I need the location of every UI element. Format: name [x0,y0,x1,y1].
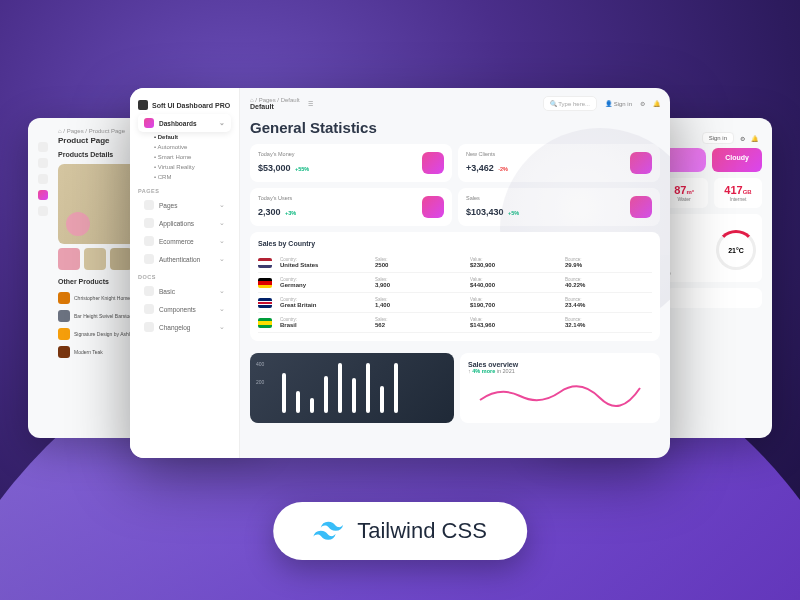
stat-delta: +55% [295,166,309,172]
metric-value: 417GB [720,184,756,196]
overview-title: Sales overview [468,361,652,368]
chart-bar [366,363,370,413]
signin-button[interactable]: Sign in [702,132,734,144]
overview-subtitle: ↑ 4% more in 2021 [468,368,652,374]
nav-icon [144,322,154,332]
nav-item[interactable]: Ecommerce⌄ [138,232,231,250]
stat-icon [422,152,444,174]
nav-item[interactable]: Basic⌄ [138,282,231,300]
chevron-down-icon: ⌄ [219,201,225,209]
metric-card: 417GBInternet [714,178,762,208]
table-row[interactable]: Country:United StatesSales:2500Value:$23… [258,253,652,273]
chart-bar [282,373,286,413]
bell-icon[interactable]: 🔔 [751,135,758,142]
chart-bar [394,363,398,413]
stat-card: Today's Users2,300 +3% [250,188,452,226]
nav-icon[interactable] [38,174,48,184]
nav-item[interactable]: Pages⌄ [138,196,231,214]
temp-gauge: 21°C [716,230,756,270]
nav-icon[interactable] [38,206,48,216]
nav-item[interactable]: Applications⌄ [138,214,231,232]
chart-bar [310,398,314,413]
menu-icon[interactable]: ☰ [308,100,313,107]
chart-bar [296,391,300,414]
nav-dashboards[interactable]: Dashboards ⌄ [138,114,231,132]
nav-sub-item[interactable]: • Smart Home [138,152,231,162]
dashboard-icon [144,118,154,128]
product-swatch [58,328,70,340]
logo-icon [138,100,148,110]
main-content: ⌂ / Pages / Default Default ☰ 🔍 Type her… [240,88,670,458]
sales-overview-card: Sales overview ↑ 4% more in 2021 [460,353,660,423]
line-chart [468,378,652,408]
chart-bar [338,363,342,413]
nav-icon [144,286,154,296]
nav-icon [144,200,154,210]
sidebar: Soft UI Dashboard PRO Dashboards ⌄ • Def… [130,88,240,458]
tailwind-badge: Tailwind CSS [273,502,527,560]
tailwind-icon [313,516,343,546]
nav-icon [144,254,154,264]
metric-label: Water [666,196,702,202]
stat-value: $53,000 [258,163,291,173]
stat-value: +3,462 [466,163,494,173]
nav-icon-active[interactable] [38,190,48,200]
metric-label: Internet [720,196,756,202]
stat-delta: -2% [498,166,508,172]
stat-card: Today's Money$53,000 +55% [250,144,452,182]
nav-item[interactable]: Authentication⌄ [138,250,231,268]
search-input[interactable]: 🔍 Type here... [543,96,597,111]
nav-sub-item[interactable]: • Default [138,132,231,142]
table-row[interactable]: Country:Great BritainSales:1,400Value:$1… [258,293,652,313]
stat-delta: +3% [285,210,296,216]
gear-icon[interactable]: ⚙ [740,135,745,142]
chevron-down-icon: ⌄ [219,119,225,127]
chevron-down-icon: ⌄ [219,305,225,313]
chart-bar [324,376,328,414]
chevron-down-icon: ⌄ [219,219,225,227]
thumbnail[interactable] [110,248,132,270]
nav-section-docs: DOCS [138,268,231,282]
bar-chart: 400 200 [250,353,454,423]
signin-link[interactable]: 👤 Sign in [605,100,632,107]
table-title: Sales by Country [258,240,652,247]
nav-sub-item[interactable]: • Virtual Reality [138,162,231,172]
chevron-down-icon: ⌄ [219,255,225,263]
nav-item[interactable]: Changelog⌄ [138,318,231,336]
chevron-down-icon: ⌄ [219,237,225,245]
nav-icon [144,304,154,314]
thumbnail[interactable] [84,248,106,270]
table-row[interactable]: Country:BrasilSales:562Value:$143,960Bou… [258,313,652,333]
chevron-down-icon: ⌄ [219,323,225,331]
bell-icon[interactable]: 🔔 [653,100,660,107]
stat-value: 2,300 [258,207,281,217]
gear-icon[interactable]: ⚙ [640,100,645,107]
table-row[interactable]: Country:GermanySales:3,900Value:$440,000… [258,273,652,293]
sales-by-country-table: Sales by Country Country:United StatesSa… [250,232,660,341]
metric-value: 87m³ [666,184,702,196]
stat-value: $103,430 [466,207,504,217]
product-name: Christopher Knight Home [74,295,130,301]
chevron-down-icon: ⌄ [219,287,225,295]
product-name: Bar Height Swivel Barstool [74,313,133,319]
nav-item[interactable]: Components⌄ [138,300,231,318]
product-name: Signature Design by Ashley [74,331,135,337]
product-swatch [58,310,70,322]
chart-bar [352,378,356,413]
badge-label: Tailwind CSS [357,518,487,544]
nav-sub-item[interactable]: • CRM [138,172,231,182]
nav-icon [144,218,154,228]
nav-section-pages: PAGES [138,182,231,196]
nav-icon[interactable] [38,158,48,168]
nav-icon[interactable] [38,142,48,152]
thumbnail[interactable] [58,248,80,270]
flag-icon [258,258,272,268]
stat-icon [422,196,444,218]
dashboard-main-card: Soft UI Dashboard PRO Dashboards ⌄ • Def… [130,88,670,458]
product-swatch [58,346,70,358]
nav-sub-item[interactable]: • Automotive [138,142,231,152]
weather-condition: Cloudy [718,154,756,161]
product-name: Modern Teak [74,349,103,355]
flag-icon [258,298,272,308]
app-logo[interactable]: Soft UI Dashboard PRO [138,96,231,114]
